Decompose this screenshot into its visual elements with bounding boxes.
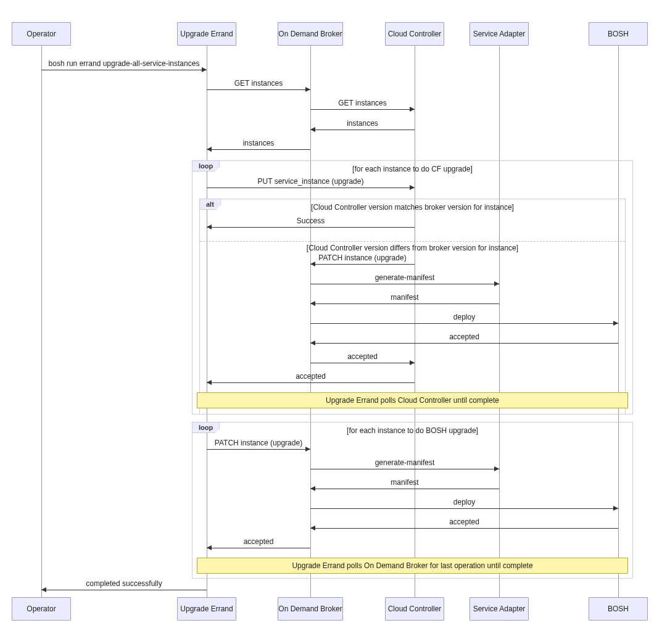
- arrow-head-icon: [410, 185, 415, 190]
- participant-label: Upgrade Errand: [180, 605, 233, 613]
- arrow-head-icon: [310, 301, 315, 306]
- message-label: accepted: [310, 518, 618, 526]
- message-arrow: [207, 382, 415, 383]
- message-label: PATCH instance (upgrade): [310, 254, 415, 262]
- participant-bosh: BOSH: [589, 22, 648, 46]
- message-arrow: [207, 89, 310, 90]
- frame-condition: [Cloud Controller version matches broker…: [200, 203, 625, 212]
- message-arrow: [310, 363, 415, 363]
- message-arrow: [310, 109, 415, 110]
- note: Upgrade Errand polls On Demand Broker fo…: [197, 558, 628, 574]
- arrow-head-icon: [613, 321, 618, 326]
- participant-label: BOSH: [608, 30, 629, 38]
- participant-broker-bottom: On Demand Broker: [278, 597, 343, 621]
- message-label: deploy: [310, 313, 618, 321]
- message-arrow: [207, 149, 310, 150]
- participant-label: Operator: [27, 30, 56, 38]
- lifeline-bosh: [618, 46, 619, 597]
- participant-label: Cloud Controller: [388, 30, 442, 38]
- arrow-head-icon: [207, 380, 212, 385]
- frame-tag: alt: [199, 199, 221, 210]
- participant-label: Operator: [27, 605, 56, 613]
- participant-broker: On Demand Broker: [278, 22, 343, 46]
- message-arrow: [207, 548, 310, 548]
- participant-cc: Cloud Controller: [385, 22, 444, 46]
- message-label: deploy: [310, 498, 618, 506]
- arrow-head-icon: [207, 545, 212, 550]
- note: Upgrade Errand polls Cloud Controller un…: [197, 392, 628, 408]
- participant-errand-bottom: Upgrade Errand: [177, 597, 236, 621]
- message-label: instances: [207, 139, 310, 147]
- message-arrow: [310, 303, 499, 304]
- message-label: PUT service_instance (upgrade): [207, 177, 415, 186]
- message-label: PATCH instance (upgrade): [207, 439, 310, 447]
- frame-condition: [Cloud Controller version differs from b…: [200, 244, 625, 252]
- message-label: Success: [207, 217, 415, 225]
- message-arrow: [41, 590, 207, 590]
- frame-condition: [for each instance to do BOSH upgrade]: [192, 426, 632, 435]
- message-label: accepted: [310, 352, 415, 361]
- message-label: accepted: [207, 537, 310, 546]
- participant-label: On Demand Broker: [278, 605, 342, 613]
- participant-label: Cloud Controller: [388, 605, 442, 613]
- frame-tag: loop: [192, 422, 220, 433]
- arrow-head-icon: [613, 506, 618, 511]
- arrow-head-icon: [305, 87, 310, 92]
- lifeline-operator: [41, 46, 42, 597]
- message-label: GET instances: [207, 79, 310, 88]
- message-arrow: [207, 188, 415, 188]
- participant-errand: Upgrade Errand: [177, 22, 236, 46]
- arrow-head-icon: [41, 587, 46, 592]
- arrow-head-icon: [410, 107, 415, 112]
- message-label: completed successfully: [41, 579, 207, 588]
- message-arrow: [310, 284, 499, 284]
- arrow-head-icon: [494, 466, 499, 471]
- message-label: accepted: [310, 332, 618, 341]
- arrow-head-icon: [494, 281, 499, 286]
- message-label: manifest: [310, 478, 499, 487]
- frame-divider: [200, 241, 625, 242]
- arrow-head-icon: [207, 147, 212, 152]
- participant-adapter-bottom: Service Adapter: [470, 597, 529, 621]
- message-arrow: [41, 70, 207, 70]
- participant-label: Service Adapter: [473, 605, 526, 613]
- lifeline-adapter: [499, 46, 500, 597]
- lifeline-cc: [415, 46, 415, 597]
- arrow-head-icon: [305, 447, 310, 452]
- arrow-head-icon: [310, 127, 315, 132]
- frame-condition: [for each instance to do CF upgrade]: [192, 165, 632, 173]
- message-arrow: [310, 343, 618, 344]
- participant-bosh-bottom: BOSH: [589, 597, 648, 621]
- note-text: Upgrade Errand polls Cloud Controller un…: [326, 396, 499, 405]
- message-label: instances: [310, 119, 415, 128]
- arrow-head-icon: [310, 486, 315, 491]
- message-label: generate-manifest: [310, 458, 499, 467]
- message-label: manifest: [310, 293, 499, 302]
- message-arrow: [310, 528, 618, 529]
- arrow-head-icon: [207, 225, 212, 229]
- message-arrow: [310, 323, 618, 324]
- arrow-head-icon: [202, 67, 207, 72]
- message-arrow: [207, 449, 310, 450]
- participant-label: Service Adapter: [473, 30, 526, 38]
- message-arrow: [310, 489, 499, 489]
- arrow-head-icon: [310, 341, 315, 345]
- message-arrow: [310, 264, 415, 265]
- participant-operator-bottom: Operator: [12, 597, 71, 621]
- note-text: Upgrade Errand polls On Demand Broker fo…: [292, 561, 532, 570]
- message-label: bosh run errand upgrade-all-service-inst…: [41, 59, 207, 68]
- participant-label: Upgrade Errand: [180, 30, 233, 38]
- participant-operator: Operator: [12, 22, 71, 46]
- message-arrow: [310, 508, 618, 509]
- participant-label: On Demand Broker: [278, 30, 342, 38]
- arrow-head-icon: [410, 360, 415, 365]
- participant-cc-bottom: Cloud Controller: [385, 597, 444, 621]
- participant-adapter: Service Adapter: [470, 22, 529, 46]
- arrow-head-icon: [310, 526, 315, 530]
- participant-label: BOSH: [608, 605, 629, 613]
- message-arrow: [310, 130, 415, 130]
- message-label: GET instances: [310, 99, 415, 107]
- message-arrow: [310, 469, 499, 469]
- arrow-head-icon: [310, 262, 315, 266]
- lifeline-errand: [207, 46, 207, 597]
